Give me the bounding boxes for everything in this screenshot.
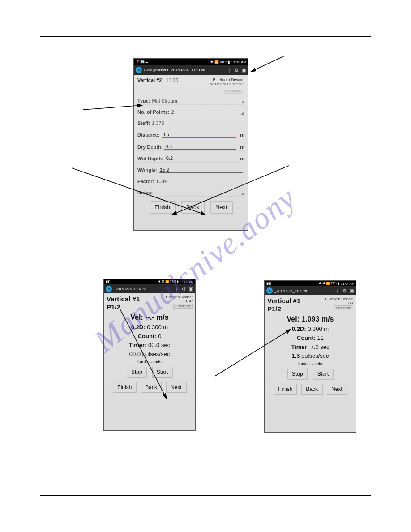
vel-label: Vel: [130,313,143,321]
vel-unit: m/s [156,313,169,321]
count-value: 11 [317,335,324,341]
distance-value[interactable]: 0.5 [162,132,237,138]
bt-device-label: Bluetooth Device: [210,77,244,82]
status-clock: 11:32 AM [231,60,246,64]
disconnect-button[interactable]: Disconnect [173,304,193,309]
dry-unit: m [240,144,244,150]
status-left-icons: 📍📧☁ [136,60,148,64]
status-bar: ▮◧ ✱ ✖ 📶 77% ▮ 11:04 AM [265,281,356,286]
app-logo-icon: HS [266,287,273,294]
back-button[interactable]: Back [301,384,322,395]
wet-label: Wet Depth: [137,156,163,161]
stop-button[interactable]: Stop [287,369,308,379]
next-button[interactable]: Next [166,382,186,393]
last-value: --.- m/s [148,360,162,364]
stop-button[interactable]: Stop [127,367,147,378]
wet-depth-field[interactable]: Wet Depth: 0.2 m [137,154,244,163]
vel-value: 1.093 [301,315,319,323]
file-name: _20150225_1102.txt [274,289,307,293]
staff-field[interactable]: Staff: 1.375 [137,119,244,127]
file-name: GeorgesRiver_20150224_1130.txt [144,68,206,72]
timer-label: Timer: [291,343,309,350]
bt-device-value: TSR [325,301,353,305]
disconnect-button[interactable]: Disconnect [334,305,353,310]
staff-value: 1.375 [152,120,164,126]
staff-label: Staff: [137,120,150,126]
picture-icon[interactable]: ▣ [241,67,246,73]
vertical-time: 11:30 [166,77,179,83]
dry-depth-field[interactable]: Dry Depth: 0.4 m [137,142,244,151]
depth-value: 0.300 m [308,326,329,332]
gear-icon[interactable]: ⚙ [181,286,186,292]
status-right-icons: ✱ ✖ 📶 77% ▮ [319,282,340,285]
picture-icon[interactable]: ▣ [188,286,193,292]
page-rule-top [40,36,371,37]
vertical-title: Vertical #1 [267,297,300,305]
dry-label: Dry Depth: [137,144,163,150]
type-value: Mid Stream [152,98,177,103]
nop-label: No. of Points: [137,109,170,115]
num-points-field[interactable]: No. of Points: 2 [137,107,244,116]
phone-screenshot-2: ▮◧ ✱ ✖ 📶 77% ▮ 11:03 AM HS _20150225_110… [103,279,196,431]
picture-icon[interactable]: ▣ [349,288,354,293]
start-button[interactable]: Start [313,369,333,379]
finish-button[interactable]: Finish [274,384,297,395]
status-left-icons: ▮◧ [106,280,111,283]
status-left-icons: ▮◧ [266,282,271,285]
back-button[interactable]: Back [181,201,204,213]
bt-device-label: Bluetooth Device: [325,297,353,301]
finish-button[interactable]: Finish [113,382,136,393]
timer-value: 00.0 sec [148,342,170,348]
wangle-field[interactable]: WAngle: 15.2 [137,165,244,174]
wet-value[interactable]: 0.2 [165,155,236,161]
app-logo-icon: HS [106,286,112,292]
factor-value: 100% [156,179,168,184]
bt-device-value: No Device Connected [210,82,244,86]
bluetooth-icon[interactable]: ∦ [227,67,232,73]
bluetooth-icon[interactable]: ∦ [334,288,340,293]
next-button[interactable]: Next [327,384,347,395]
back-button[interactable]: Back [141,382,162,393]
disconnect-button[interactable]: Disconnect [223,88,244,94]
distance-label: Distance: [137,132,160,137]
gear-icon[interactable]: ⚙ [234,67,239,73]
status-bar: ▮◧ ✱ ✖ 📶 77% ▮ 11:03 AM [104,279,195,284]
next-button[interactable]: Next [210,201,232,213]
distance-field[interactable]: Distance: 0.5 m [137,130,244,139]
file-name: _20150225_1102.txt [114,287,146,291]
type-field[interactable]: Type: Mid Stream [137,96,244,105]
factor-field: Factor: 100% [137,177,244,185]
gear-icon[interactable]: ⚙ [342,288,347,293]
notes-label: Notes: [137,190,153,195]
status-clock: 11:04 AM [341,282,354,285]
phone-screenshot-3: ▮◧ ✱ ✖ 📶 77% ▮ 11:04 AM HS _20150225_110… [264,280,356,433]
vertical-title: Vertical #2 [137,77,162,83]
factor-label: Factor: [137,179,154,184]
point-label: P1/2 [107,303,140,311]
wet-unit: m [240,156,244,161]
point-label: P1/2 [267,305,300,313]
last-label: Last: [298,361,308,366]
vertical-title: Vertical #1 [107,295,140,303]
arrow-to-titlebar-icons [251,56,284,72]
bluetooth-icon[interactable]: ∦ [174,286,179,292]
last-label: Last: [137,360,147,364]
finish-button[interactable]: Finish [150,201,175,213]
timer-value: 7.0 sec [311,343,330,350]
app-title-bar: HS GeorgesRiver_20150224_1130.txt ∦ ⚙ ▣ [134,65,248,75]
start-button[interactable]: Start [152,367,172,378]
wangle-value[interactable]: 15.2 [159,167,243,173]
notes-field[interactable]: Notes: [137,188,244,197]
timer-label: Timer: [129,342,147,348]
dropdown-icon [241,111,244,115]
depth-label: 0.2D: [292,326,306,332]
app-logo-icon: HS [136,67,142,73]
last-value: --.- m/s [309,361,322,366]
page-rule-bottom [40,495,371,496]
distance-unit: m [240,132,244,137]
bt-device-label: Bluetooth Device: [164,295,193,299]
status-right-icons: ✱ 📶 60% ▮ [210,60,230,64]
pulses-value: 1.6 pulses/sec [267,352,353,359]
wangle-label: WAngle: [137,167,157,173]
dry-value[interactable]: 0.4 [164,144,236,150]
